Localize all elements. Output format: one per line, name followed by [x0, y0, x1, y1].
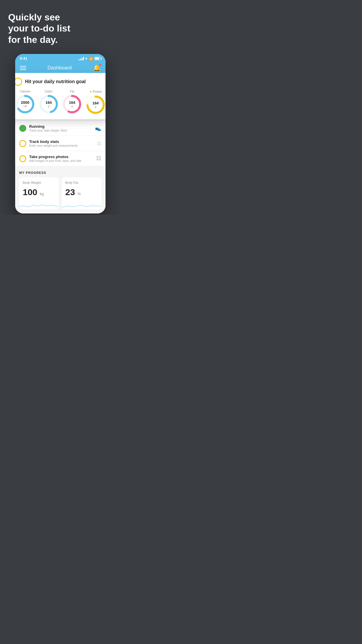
phone-wrapper: 9:41 ▾︎ 📶 Dashboard [8, 54, 113, 214]
body-weight-card-title: Body Weight [23, 181, 55, 184]
protein-label-container: ★ Protein [89, 90, 102, 94]
progress-cards: Body Weight 100 kg [19, 177, 101, 214]
calories-ring: 2000 cal [15, 94, 35, 114]
body-stats-subtitle: Enter your weight and measurements [29, 144, 94, 147]
photos-title: Take progress photos [29, 155, 93, 159]
calories-label: Calories [20, 90, 31, 93]
calories-value: 2000 cal [21, 101, 29, 108]
scale-icon: ⚖ [97, 140, 101, 147]
app-content: THINGS TO DO TODAY Hit your daily nutrit… [15, 76, 106, 214]
carbs-value: 164 g [45, 101, 52, 108]
star-icon: ★ [89, 90, 92, 94]
notification-button[interactable]: 🔔 [93, 64, 101, 72]
signal-icon [79, 57, 84, 60]
body-weight-value: 100 [23, 187, 37, 197]
nutrition-carbs: Carbs 164 g [39, 90, 59, 115]
carbs-ring: 164 g [39, 94, 59, 114]
todo-item-photos[interactable]: Take progress photos Add images of your … [15, 151, 106, 166]
nutrition-protein: ★ Protein 164 g [86, 90, 106, 115]
nutrition-card: Hit your daily nutrition goal Calories [15, 73, 106, 119]
todo-list: Running Track your stats (target: 5km) 👟… [15, 121, 106, 166]
body-weight-wave [19, 201, 59, 209]
status-bar: 9:41 ▾︎ 📶 [15, 54, 106, 62]
running-text: Running Track your stats (target: 5km) [29, 124, 92, 132]
protein-ring: 164 g [86, 95, 106, 115]
progress-section: MY PROGRESS Body Weight 100 kg [15, 166, 106, 214]
menu-icon[interactable] [20, 66, 26, 70]
fat-label: Fat [70, 90, 74, 93]
todo-item-body-stats[interactable]: Track body stats Enter your weight and m… [15, 136, 106, 151]
body-fat-unit: % [78, 192, 81, 196]
nutrition-fat: Fat 164 g [62, 90, 82, 115]
header-title: Dashboard [48, 65, 72, 71]
notification-dot [99, 64, 101, 66]
photos-circle [19, 155, 26, 162]
body-stats-circle [19, 140, 26, 147]
body-weight-unit: kg [40, 192, 44, 196]
body-fat-wave [62, 201, 101, 209]
card-title: Hit your daily nutrition goal [25, 79, 86, 84]
status-time: 9:41 [20, 56, 27, 61]
protein-value: 164 g [92, 101, 99, 108]
protein-label: Protein [93, 90, 102, 93]
photo-icon: 🖼 [96, 155, 101, 162]
photos-subtitle: Add images of your front, back, and side [29, 159, 93, 162]
body-fat-card-title: Body Fat [65, 181, 98, 184]
body-stats-title: Track body stats [29, 139, 94, 144]
body-fat-value: 23 [65, 187, 75, 197]
todo-item-running[interactable]: Running Track your stats (target: 5km) 👟 [15, 121, 106, 136]
page-headline: Quickly seeyour to-do listfor the day. [8, 12, 113, 45]
progress-section-title: MY PROGRESS [19, 171, 101, 174]
running-subtitle: Track your stats (target: 5km) [29, 129, 92, 132]
body-fat-card[interactable]: Body Fat 23 % [62, 177, 101, 209]
status-icons: ▾︎ 📶 [79, 57, 101, 61]
fat-value: 164 g [69, 101, 75, 108]
wifi-icon: ▾︎ [85, 57, 87, 61]
fat-ring: 164 g [62, 94, 82, 114]
battery-icon [94, 57, 101, 60]
body-weight-card[interactable]: Body Weight 100 kg [19, 177, 59, 209]
photos-text: Take progress photos Add images of your … [29, 155, 93, 162]
shoe-icon: 👟 [95, 125, 101, 132]
card-header: Hit your daily nutrition goal [15, 78, 106, 86]
goal-circle [15, 78, 22, 86]
background-page: Quickly seeyour to-do listfor the day. 9… [0, 0, 121, 214]
phone-mockup: 9:41 ▾︎ 📶 Dashboard [15, 54, 106, 214]
nutrition-calories: Calories 2000 cal [15, 90, 35, 115]
nutrition-grid: Calories 2000 cal [15, 90, 106, 115]
body-stats-text: Track body stats Enter your weight and m… [29, 139, 94, 147]
carbs-label: Carbs [45, 90, 52, 93]
running-title: Running [29, 124, 92, 129]
running-circle [19, 125, 26, 132]
